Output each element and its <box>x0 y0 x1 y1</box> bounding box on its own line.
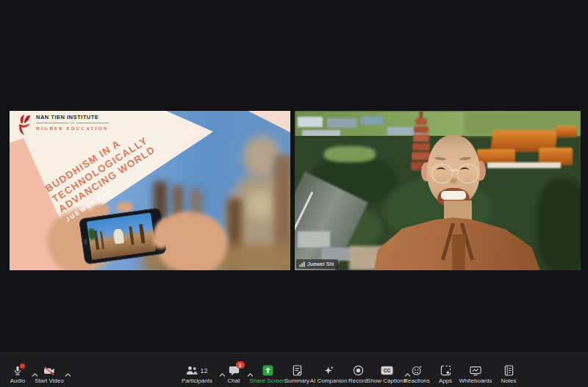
reactions-button[interactable]: Reactions <box>401 365 432 386</box>
share-screen-icon <box>262 365 273 376</box>
participants-button[interactable]: 12 Participants <box>175 365 219 386</box>
ai-companion-label: AI Companion <box>310 377 348 384</box>
logo-division-name: HIGHER EDUCATION <box>36 126 109 131</box>
glasses-right-lens <box>457 164 478 184</box>
notes-icon <box>504 365 514 376</box>
aerial-building <box>361 116 383 125</box>
mic-level-icon <box>299 261 305 267</box>
chat-label: Chat <box>228 377 240 384</box>
reactions-smiley-icon <box>412 365 423 376</box>
zoom-meeting-window: NAN TIEN INSTITUTE OF HIGHER EDUCATION B… <box>0 0 588 387</box>
temple-walls <box>487 162 561 168</box>
phone-screen-pillar <box>139 224 146 243</box>
apps-button[interactable]: Apps <box>433 365 458 386</box>
eyebrow <box>459 156 471 161</box>
notes-label: Notes <box>501 377 517 384</box>
shared-screen-tile: NAN TIEN INSTITUTE OF HIGHER EDUCATION B… <box>10 111 290 270</box>
show-captions-label: Show Captions <box>367 377 406 384</box>
notes-button[interactable]: Notes <box>495 365 523 386</box>
ai-companion-sparkle-icon <box>323 365 334 376</box>
phone-camera-dot <box>84 239 87 245</box>
audio-label: Audio <box>10 377 25 384</box>
start-video-caret[interactable] <box>65 367 71 380</box>
phone-screen-pillar <box>100 231 104 249</box>
aerial-building <box>327 118 356 128</box>
aerial-building <box>298 117 323 127</box>
phone-screen-pillar <box>129 226 134 245</box>
record-icon <box>353 365 364 376</box>
participants-count: 12 <box>200 367 207 375</box>
zoom-toolbar: Audio Start Video <box>0 352 588 387</box>
svg-text:CC: CC <box>383 368 390 373</box>
chat-unread-badge: 2 <box>236 361 245 369</box>
whiteboards-label: Whiteboards <box>459 377 492 384</box>
whiteboards-button[interactable]: Whiteboards <box>456 365 495 386</box>
phone-screen-buddha <box>113 228 125 245</box>
summary-label: Summary <box>284 377 309 384</box>
finger <box>117 202 133 212</box>
eyebrow <box>434 156 446 161</box>
logo-institute-name: NAN TIEN INSTITUTE <box>36 114 109 120</box>
whiteboard-icon <box>470 366 481 376</box>
clearing <box>324 146 376 162</box>
temple-roof <box>556 126 577 137</box>
share-screen-label: Share Screen <box>250 377 286 384</box>
glasses-left-lens <box>431 164 453 184</box>
camera-off-icon <box>43 366 55 376</box>
glasses-bridge <box>451 170 458 171</box>
closed-captions-icon: CC <box>381 366 393 375</box>
audio-button[interactable]: Audio <box>3 365 32 386</box>
participants-label: Participants <box>182 377 212 384</box>
industrial-building <box>298 231 330 247</box>
start-video-label: Start Video <box>35 377 63 384</box>
record-label: Record <box>348 377 368 384</box>
logo-of: OF <box>70 121 76 125</box>
trees-right <box>537 178 581 270</box>
teeth <box>441 191 466 200</box>
buddha-highlight <box>246 190 276 220</box>
neck <box>444 200 472 220</box>
apps-icon <box>440 365 451 376</box>
robe-inner <box>452 234 465 270</box>
audio-alert-badge <box>19 363 26 369</box>
speaker-video-tile[interactable]: Juewei Shi <box>295 111 581 270</box>
participant-name-label: Juewei Shi <box>296 259 338 269</box>
chat-button[interactable]: 2 Chat <box>221 365 246 386</box>
logo-divider: OF <box>36 121 109 125</box>
summary-icon <box>293 365 302 376</box>
participants-icon <box>186 366 198 375</box>
apps-label: Apps <box>439 377 452 384</box>
participant-name: Juewei Shi <box>307 261 334 267</box>
show-captions-button[interactable]: CC Show Captions <box>367 365 406 386</box>
start-video-button[interactable]: Start Video <box>32 365 66 386</box>
reactions-label: Reactions <box>404 377 430 384</box>
nti-logo: NAN TIEN INSTITUTE OF HIGHER EDUCATION <box>15 114 109 136</box>
phone-screen <box>87 212 157 260</box>
nti-logo-icon <box>15 114 33 136</box>
